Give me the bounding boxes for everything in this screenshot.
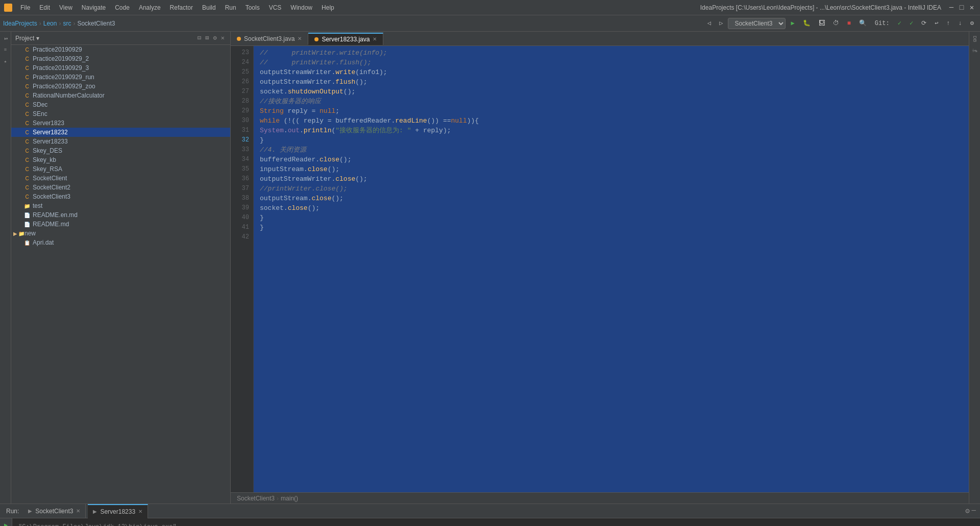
tree-item-apri[interactable]: 📋 Apri.dat	[11, 238, 230, 247]
breadcrumb-class[interactable]: SocketClient3	[77, 20, 115, 27]
favorites-icon[interactable]: ★	[1, 56, 11, 66]
breadcrumb-sep: ›	[277, 495, 279, 502]
project-settings-button[interactable]: ⚙	[212, 34, 218, 42]
code-line-34: bufferedReader.close();	[260, 155, 963, 164]
tree-item-test[interactable]: 📁 test	[11, 201, 230, 210]
tree-item-readme[interactable]: 📄 README.md	[11, 220, 230, 229]
editor-tabs: SocketClient3.java ✕ Server18233.java ✕	[231, 32, 969, 46]
tree-item-new[interactable]: ▶ 📁 new	[11, 229, 230, 238]
forward-button[interactable]: ▷	[716, 18, 726, 28]
code-line-39: socket.close();	[260, 203, 963, 213]
comment-text: // printWriter.flush();	[260, 58, 371, 67]
debug-button[interactable]: 🐛	[800, 18, 814, 28]
run-play-button[interactable]: ▶	[2, 520, 11, 526]
comment-text: //4. 关闭资源	[260, 145, 306, 155]
run-tab-close[interactable]: ✕	[138, 509, 142, 514]
collapse-all-button[interactable]: ⊟	[196, 34, 203, 42]
menu-vcs[interactable]: VCS	[265, 3, 286, 12]
menu-file[interactable]: File	[16, 3, 34, 12]
menu-code[interactable]: Code	[111, 3, 134, 12]
tree-item-label: Skey_RSA	[33, 165, 62, 173]
tree-item-socketclient2[interactable]: C SocketClient2	[11, 183, 230, 192]
tree-item-label: Server18232	[33, 129, 68, 136]
run-tab-close[interactable]: ✕	[76, 508, 80, 514]
tree-item-practice-run[interactable]: C Practice20190929_run	[11, 73, 230, 82]
run-tab-label: SocketClient3	[35, 508, 73, 515]
settings-button[interactable]: ⚙	[967, 18, 977, 28]
close-button[interactable]: ✕	[968, 4, 976, 12]
breadcrumb-leon[interactable]: Leon	[43, 20, 57, 27]
project-header: Project ▾ ⊟ ⊞ ⚙ ✕	[11, 32, 230, 45]
tree-item-practice2[interactable]: C Practice20190929_2	[11, 54, 230, 63]
tab-socketclient3[interactable]: SocketClient3.java ✕	[231, 33, 308, 44]
menu-edit[interactable]: Edit	[35, 3, 54, 12]
dat-file-icon: 📋	[23, 239, 31, 246]
code-content[interactable]: // printWriter.write(info); // printWrit…	[254, 46, 969, 492]
menu-analyze[interactable]: Analyze	[135, 3, 165, 12]
tab-close-button[interactable]: ✕	[373, 36, 377, 42]
git-pull[interactable]: ↓	[955, 19, 965, 28]
git-check1[interactable]: ✓	[895, 18, 904, 28]
run-config-dropdown[interactable]: SocketClient3	[728, 18, 786, 29]
ant-icon[interactable]: 🐜	[970, 45, 980, 55]
stop-button[interactable]: ■	[844, 19, 854, 28]
tree-item-readme-en[interactable]: 📄 README.en.md	[11, 210, 230, 220]
tree-item-socketclient3[interactable]: C SocketClient3	[11, 192, 230, 201]
tree-item-rational[interactable]: C RationalNumberCalculator	[11, 91, 230, 100]
database-icon[interactable]: DB	[970, 34, 980, 44]
git-revert[interactable]: ↩	[932, 18, 941, 28]
menu-window[interactable]: Window	[286, 3, 316, 12]
tree-item-server18232[interactable]: C Server18232	[11, 128, 230, 137]
java-file-icon: C	[23, 92, 31, 99]
coverage-button[interactable]: ⛾	[816, 18, 828, 28]
toolbar: IdeaProjects › Leon › src › SocketClient…	[0, 15, 980, 32]
tree-item-sdec[interactable]: C SDec	[11, 100, 230, 109]
tree-item-skey-kb[interactable]: C Skey_kb	[11, 155, 230, 164]
menu-run[interactable]: Run	[221, 3, 240, 12]
tree-item-socketclient[interactable]: C SocketClient	[11, 174, 230, 183]
code-text: outputStreamWriter	[260, 174, 331, 184]
tree-item-server1823[interactable]: C Server1823	[11, 118, 230, 128]
tab-server18233[interactable]: Server18233.java ✕	[308, 33, 383, 45]
project-icon[interactable]: 1	[1, 34, 11, 44]
menu-tools[interactable]: Tools	[241, 3, 264, 12]
menu-build[interactable]: Build	[198, 3, 220, 12]
git-push[interactable]: ↑	[943, 19, 953, 28]
code-text: outputStreamWriter	[260, 77, 331, 87]
code-line-25: outputStreamWriter.write(info1);	[260, 67, 963, 77]
tree-item-skey-des[interactable]: C Skey_DES	[11, 146, 230, 155]
back-button[interactable]: ◁	[704, 18, 714, 28]
search-everywhere[interactable]: 🔍	[856, 18, 870, 28]
tree-item-server18233[interactable]: C Server18233	[11, 137, 230, 146]
run-tab-socketclient3[interactable]: ▶ SocketClient3 ✕	[23, 504, 86, 518]
tree-item-practice1[interactable]: C Practice20190929	[11, 45, 230, 54]
menu-help[interactable]: Help	[317, 3, 338, 12]
breadcrumb-ideaprojects[interactable]: IdeaProjects	[3, 20, 37, 27]
git-check2[interactable]: ✓	[906, 18, 916, 28]
menu-refactor[interactable]: Refactor	[166, 3, 197, 12]
code-line-40: }	[260, 213, 963, 223]
tree-item-senc[interactable]: C SEnc	[11, 109, 230, 118]
settings-icon[interactable]: ⚙	[965, 507, 969, 515]
run-tab-server18233[interactable]: ▶ Server18233 ✕	[88, 504, 148, 518]
breadcrumb-main[interactable]: main()	[281, 495, 298, 502]
breadcrumb-src[interactable]: src	[63, 20, 71, 27]
profile-button[interactable]: ⏱	[830, 18, 842, 28]
tree-item-label: Practice20190929	[33, 46, 82, 53]
tab-close-button[interactable]: ✕	[298, 36, 302, 41]
tree-item-practice-zoo[interactable]: C Practice20190929_zoo	[11, 82, 230, 91]
menu-view[interactable]: View	[55, 3, 77, 12]
tree-item-skey-rsa[interactable]: C Skey_RSA	[11, 164, 230, 174]
breadcrumb-socketclient3[interactable]: SocketClient3	[237, 495, 275, 502]
tree-item-practice3[interactable]: C Practice20190929_3	[11, 63, 230, 73]
java-file-icon: C	[23, 46, 31, 53]
minimize-button[interactable]: ─	[947, 4, 955, 12]
scroll-to-source-button[interactable]: ⊞	[204, 34, 210, 42]
run-button[interactable]: ▶	[788, 18, 797, 28]
menu-navigate[interactable]: Navigate	[78, 3, 110, 12]
project-close-button[interactable]: ✕	[219, 34, 226, 42]
maximize-button[interactable]: □	[958, 4, 966, 12]
structure-icon[interactable]: ≡	[1, 45, 11, 55]
minimize-panel-button[interactable]: ─	[972, 507, 976, 515]
git-history[interactable]: ⟳	[918, 18, 929, 28]
